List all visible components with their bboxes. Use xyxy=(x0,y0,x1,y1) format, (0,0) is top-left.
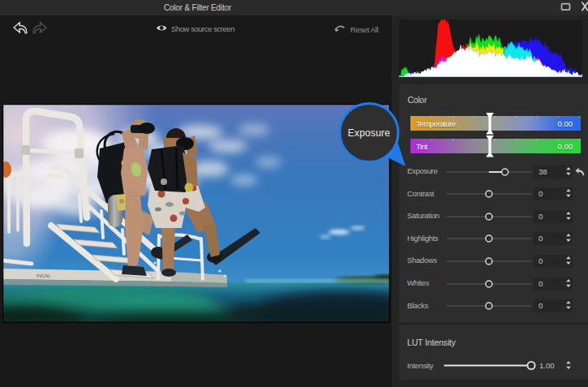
svg-text:INCAL: INCAL xyxy=(36,273,51,278)
svg-text:Exposure: Exposure xyxy=(348,127,390,139)
